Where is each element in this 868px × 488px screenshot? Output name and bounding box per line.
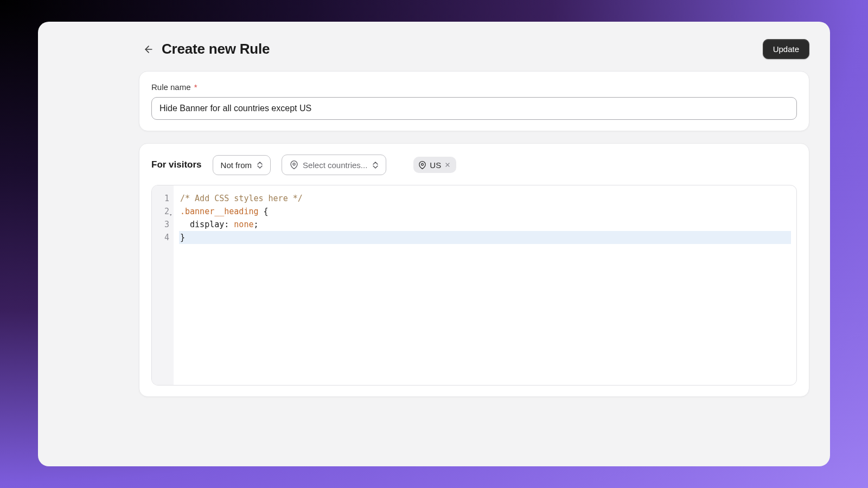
code-line: display: none; <box>179 218 791 231</box>
svg-point-2 <box>421 163 423 165</box>
country-select[interactable]: Select countries... <box>282 155 386 175</box>
code-token-punct: } <box>180 233 185 242</box>
condition-select[interactable]: Not from <box>213 155 271 175</box>
country-select-placeholder: Select countries... <box>303 160 367 170</box>
code-token-punct: : <box>224 220 234 229</box>
code-content[interactable]: /* Add CSS styles here */ .banner__headi… <box>174 185 796 385</box>
page-title: Create new Rule <box>162 41 270 57</box>
code-line: } <box>179 231 791 244</box>
header-left: Create new Rule <box>143 41 270 57</box>
line-number: 3 <box>152 218 169 231</box>
for-visitors-label: For visitors <box>151 159 202 170</box>
rule-name-label: Rule name * <box>151 82 797 92</box>
remove-tag-icon[interactable] <box>444 162 451 168</box>
update-button[interactable]: Update <box>763 39 809 59</box>
code-token-value: none <box>234 220 253 229</box>
select-sort-icon <box>373 162 378 169</box>
back-arrow-icon[interactable] <box>143 44 154 55</box>
svg-point-1 <box>293 163 295 165</box>
line-number: 1 <box>152 192 169 205</box>
code-line: .banner__heading { <box>179 205 791 218</box>
code-token-property: display <box>190 220 224 229</box>
code-token-selector: .banner__heading <box>180 207 259 216</box>
rule-name-card: Rule name * <box>139 71 809 131</box>
code-token-punct: ; <box>253 220 258 229</box>
code-token-punct: { <box>259 207 269 216</box>
line-number-gutter: 1 2 3 4 ▾ <box>152 185 174 385</box>
code-line: /* Add CSS styles here */ <box>179 192 791 205</box>
country-tag-label: US <box>430 160 441 170</box>
map-pin-icon <box>290 160 298 170</box>
code-token-indent <box>180 220 190 229</box>
visitors-row: For visitors Not from Select countries..… <box>151 155 797 175</box>
visitors-card: For visitors Not from Select countries..… <box>139 143 809 397</box>
fold-handle-icon[interactable]: ▾ <box>169 208 172 221</box>
code-token-comment: /* Add CSS styles here */ <box>180 194 303 203</box>
app-window: Create new Rule Update Rule name * For v… <box>38 22 830 466</box>
line-number: 2 <box>152 205 169 218</box>
rule-name-label-text: Rule name <box>151 82 191 92</box>
select-sort-icon <box>257 162 263 169</box>
condition-select-value: Not from <box>221 160 252 170</box>
css-code-editor[interactable]: 1 2 3 4 ▾ /* Add CSS styles here */ .ban… <box>151 185 797 386</box>
rule-name-input[interactable] <box>151 97 797 120</box>
required-star-icon: * <box>194 82 197 92</box>
line-number: 4 <box>152 231 169 244</box>
page-header: Create new Rule Update <box>38 39 830 59</box>
country-tag-us: US <box>413 157 456 173</box>
map-pin-icon <box>418 160 426 170</box>
